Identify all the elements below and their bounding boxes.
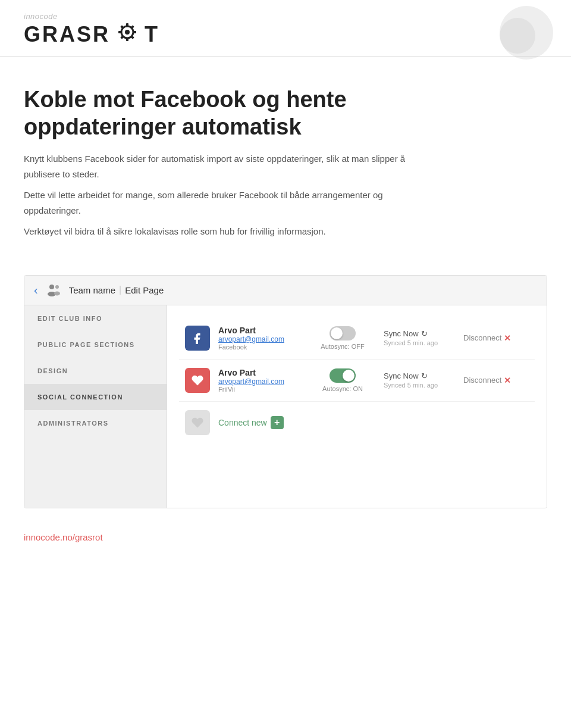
- friivii-disconnect-button[interactable]: Disconnect ✕: [463, 376, 511, 385]
- heart-outline-icon: [191, 416, 204, 429]
- app-ui: ‹ Team name | Edit Page EDIT CLUB INFO P…: [24, 275, 547, 508]
- connect-new-row: Connect new +: [179, 402, 535, 443]
- main-content: EDIT CLUB INFO PUBLIC PAGE SECTIONS DESI…: [24, 305, 547, 508]
- friivii-platform-icon: [185, 368, 210, 393]
- facebook-autosync-label: Autosync: OFF: [321, 343, 364, 350]
- connect-new-plus-icon: +: [271, 416, 284, 429]
- sidebar-item-public-page-sections[interactable]: PUBLIC PAGE SECTIONS: [24, 332, 167, 358]
- friivii-autosync-label: Autosync: ON: [322, 385, 363, 392]
- facebook-icon: [191, 332, 204, 345]
- sidebar-item-social-connection[interactable]: SOCIAL CONNECTION: [24, 384, 167, 410]
- nav-team-name: Team name: [69, 285, 115, 295]
- back-button[interactable]: ‹: [34, 283, 38, 297]
- friivii-autosync-toggle[interactable]: [330, 368, 356, 383]
- friivii-sync-now-button[interactable]: Sync Now ↻: [384, 371, 428, 380]
- facebook-user-name: Arvo Part: [218, 326, 302, 335]
- svg-point-13: [54, 292, 60, 296]
- nav-divider: |: [119, 285, 121, 295]
- friivii-user-name: Arvo Part: [218, 368, 302, 377]
- svg-point-10: [49, 285, 54, 289]
- sidebar-item-administrators[interactable]: ADMINISTRATORS: [24, 410, 167, 436]
- gear-icon: [118, 23, 137, 42]
- facebook-platform-label: Facebook: [218, 343, 302, 351]
- hero-body: Knytt klubbens Facebook sider for automa…: [24, 151, 440, 239]
- facebook-disconnect-button[interactable]: Disconnect ✕: [463, 333, 511, 343]
- grasrot-logo: GRASR T: [24, 22, 547, 47]
- facebook-synced-text: Synced 5 min. ago: [384, 339, 438, 346]
- svg-rect-4: [118, 31, 122, 33]
- connect-new-platform-icon: [185, 410, 210, 435]
- connection-row-friivii: Arvo Part arvopart@gmail.com FriíVii Aut…: [179, 360, 535, 402]
- facebook-sync-now-button[interactable]: Sync Now ↻: [384, 329, 428, 338]
- sidebar-item-edit-club-info[interactable]: EDIT CLUB INFO: [24, 305, 167, 332]
- content-area: Arvo Part arvopart@gmail.com Facebook Au…: [167, 305, 547, 508]
- refresh-icon: ↻: [421, 329, 428, 338]
- footer: innocode.no/grasrot: [0, 508, 571, 561]
- facebook-autosync-toggle[interactable]: [330, 326, 356, 340]
- team-icon: [45, 281, 63, 299]
- hero-section: Koble mot Facebook og hente oppdateringe…: [0, 57, 571, 263]
- disconnect-x-icon-friivii: ✕: [504, 376, 511, 385]
- hero-paragraph-3: Verktøyet vil bidra til å sikre lokalavi…: [24, 224, 440, 239]
- facebook-connection-info: Arvo Part arvopart@gmail.com Facebook: [218, 326, 302, 351]
- svg-rect-2: [126, 23, 128, 27]
- friivii-sync-area: Sync Now ↻ Synced 5 min. ago: [384, 371, 455, 389]
- nav-bar: ‹ Team name | Edit Page: [24, 276, 547, 305]
- logo-wrapper: innocode GRASR: [24, 12, 547, 47]
- refresh-icon-friivii: ↻: [421, 371, 428, 380]
- svg-point-11: [55, 285, 59, 289]
- connection-row-facebook: Arvo Part arvopart@gmail.com Facebook Au…: [179, 317, 535, 360]
- logo-o: [118, 23, 137, 42]
- hero-paragraph-2: Dette vil lette arbeidet for mange, som …: [24, 188, 440, 218]
- friivii-synced-text: Synced 5 min. ago: [384, 382, 438, 389]
- svg-rect-3: [126, 38, 128, 41]
- header-decoration2: [500, 18, 535, 54]
- innocode-logo: innocode: [24, 12, 547, 21]
- header: innocode GRASR: [0, 0, 571, 57]
- facebook-user-email[interactable]: arvopart@gmail.com: [218, 335, 302, 343]
- friivii-platform-label: FriíVii: [218, 386, 302, 393]
- facebook-toggle-knob: [331, 327, 343, 339]
- friivii-user-email[interactable]: arvopart@gmail.com: [218, 377, 302, 386]
- friivii-toggle-knob: [343, 370, 354, 382]
- people-icon: [46, 282, 62, 298]
- footer-link[interactable]: innocode.no/grasrot: [24, 532, 103, 542]
- disconnect-x-icon: ✕: [504, 333, 511, 343]
- friivii-connection-info: Arvo Part arvopart@gmail.com FriíVii: [218, 368, 302, 393]
- friivii-autosync-area: Autosync: ON: [310, 368, 375, 392]
- nav-edit-page: Edit Page: [125, 285, 164, 295]
- facebook-sync-area: Sync Now ↻ Synced 5 min. ago: [384, 329, 455, 346]
- sidebar: EDIT CLUB INFO PUBLIC PAGE SECTIONS DESI…: [24, 305, 167, 508]
- svg-point-1: [125, 30, 130, 35]
- heart-icon: [191, 374, 204, 387]
- logo-text-grasrot: GRASR T: [24, 22, 159, 47]
- facebook-autosync-area: Autosync: OFF: [310, 326, 375, 350]
- sidebar-item-design[interactable]: DESIGN: [24, 358, 167, 384]
- facebook-platform-icon: [185, 326, 210, 351]
- hero-paragraph-1: Knytt klubbens Facebook sider for automa…: [24, 151, 440, 182]
- connect-new-button[interactable]: Connect new +: [218, 416, 284, 429]
- svg-rect-5: [133, 31, 136, 33]
- hero-title: Koble mot Facebook og hente oppdateringe…: [24, 86, 357, 140]
